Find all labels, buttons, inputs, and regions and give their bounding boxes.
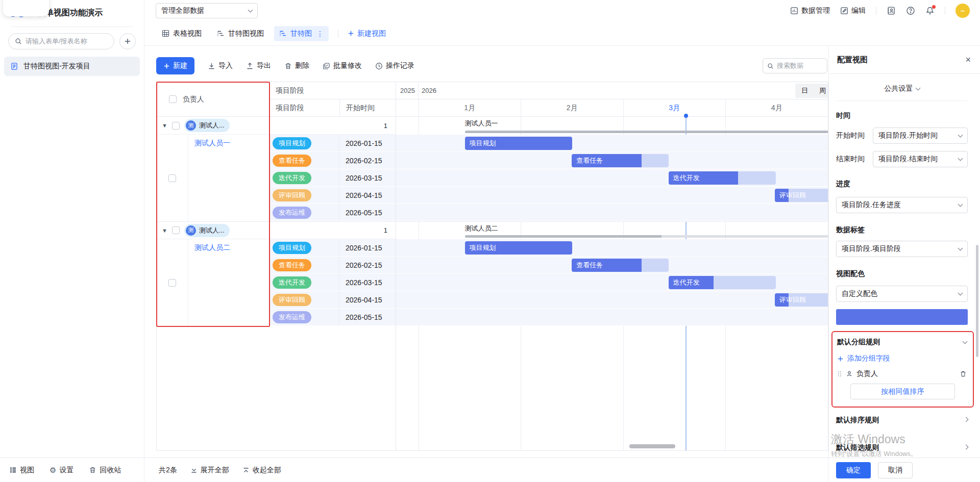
collapse-arrow-icon[interactable]: ▼ [162, 227, 167, 234]
start-time-value: 项目阶段.开始时间 [878, 131, 938, 140]
table-row[interactable]: 项目规划2026-01-15 [270, 135, 396, 152]
gantt-bar[interactable]: 评审回顾 [775, 293, 828, 307]
plus-icon [124, 38, 131, 45]
address-book-icon[interactable] [887, 6, 896, 15]
panel-scrollbar[interactable] [976, 245, 978, 357]
user-avatar[interactable]: – [955, 4, 970, 18]
table-row[interactable]: 发布运维2026-05-15 [270, 309, 396, 326]
group-checkbox[interactable] [172, 226, 180, 234]
chevron-down-icon[interactable] [963, 339, 968, 344]
table-row[interactable]: 查看任务2026-02-15 [270, 257, 396, 274]
data-manage-button[interactable]: 数据管理 [790, 6, 830, 15]
sidebar-item-gantt-view-project[interactable]: 甘特图视图-开发项目 [4, 57, 140, 76]
data-search-input[interactable]: 搜索数据 [763, 58, 827, 73]
common-settings-toggle[interactable]: 公共设置 [836, 80, 968, 101]
chevron-down-icon [958, 202, 963, 207]
cancel-button[interactable]: 取消 [878, 462, 913, 478]
chevron-right-icon [964, 417, 969, 422]
gantt-icon [279, 30, 287, 37]
gantt-bar[interactable]: 迭代开发 [669, 276, 776, 289]
gantt-bar[interactable]: 查看任务 [572, 259, 669, 272]
filter-rule-label: 默认筛选规则 [836, 443, 879, 452]
unit-day[interactable]: 日 [801, 86, 808, 95]
gantt-bar[interactable]: 项目规划 [465, 137, 573, 150]
stage-column-header: 项目阶段 [270, 99, 340, 116]
new-record-button[interactable]: 新建 [156, 57, 194, 74]
group-checkbox[interactable] [172, 122, 180, 130]
overlay-chip [3, 0, 49, 16]
gantt-bar[interactable]: 评审回顾 [775, 189, 828, 202]
filter-rule-row[interactable]: 默认筛选规则 [836, 443, 968, 452]
unit-week[interactable]: 周 [819, 86, 826, 95]
clock-icon [375, 62, 383, 70]
sort-rule-row[interactable]: 默认排序规则 [836, 416, 968, 425]
member-link[interactable]: 测试人员二 [194, 243, 230, 251]
drag-handle-icon[interactable] [837, 370, 842, 377]
recycle-bin-button[interactable]: 回收站 [89, 466, 121, 475]
op-log-button[interactable]: 操作记录 [375, 61, 414, 70]
notifications-button[interactable] [925, 6, 935, 15]
row-checkbox[interactable] [168, 174, 176, 182]
group-owner-pill: 测 测试人... [184, 119, 230, 132]
collapse-all-label: 收起全部 [253, 466, 281, 475]
form-search-placeholder: 请输入表单/报表名称 [26, 37, 87, 46]
select-all-checkbox[interactable] [169, 95, 177, 103]
horizontal-scrollbar[interactable] [629, 444, 675, 448]
year-label: 2025 [396, 82, 419, 99]
views-button[interactable]: 视图 [9, 466, 34, 475]
gantt-group-label: 测试人员二 [465, 224, 498, 233]
gantt-bar[interactable]: 项目规划 [465, 241, 573, 255]
gantt-bar[interactable]: 查看任务 [572, 154, 669, 167]
table-row[interactable]: 评审回顾2026-04-15 [270, 187, 396, 204]
row-checkbox[interactable] [168, 279, 176, 287]
batch-edit-button[interactable]: 批量修改 [323, 61, 362, 70]
data-scope-select[interactable]: 管理全部数据 [156, 3, 258, 18]
import-button[interactable]: 导入 [208, 61, 233, 70]
help-icon[interactable] [906, 6, 915, 15]
batch-edit-icon [323, 62, 330, 70]
settings-label: 设置 [59, 466, 74, 475]
search-icon [767, 63, 774, 69]
settings-button[interactable]: ⚙ 设置 [50, 466, 74, 475]
delete-button[interactable]: 删除 [284, 61, 309, 70]
gantt-row: 评审回顾 [396, 187, 828, 204]
table-row[interactable]: 发布运维2026-05-15 [270, 204, 396, 221]
start-time-select[interactable]: 项目阶段.开始时间 [873, 128, 968, 144]
tab-gantt-active[interactable]: 甘特图 ⋮ [274, 26, 329, 41]
delete-field-icon[interactable] [960, 370, 967, 377]
close-icon[interactable]: × [965, 55, 971, 65]
confirm-button[interactable]: 确定 [836, 462, 871, 478]
table-row[interactable]: 查看任务2026-02-15 [270, 152, 396, 169]
table-row[interactable]: 迭代开发2026-03-15 [270, 169, 396, 187]
data-tag-select[interactable]: 项目阶段.项目阶段 [836, 241, 968, 257]
time-unit-toggle[interactable]: 日 周 [795, 84, 828, 98]
form-search-input[interactable]: 请输入表单/报表名称 [8, 33, 114, 49]
collapse-all-button[interactable]: 收起全部 [242, 466, 281, 475]
export-button[interactable]: 导出 [246, 61, 271, 70]
tab-table-view[interactable]: 表格视图 [157, 26, 207, 41]
view-color-select[interactable]: 自定义配色 [836, 286, 968, 302]
chevron-right-icon [964, 445, 969, 450]
new-view-button[interactable]: 新建视图 [348, 29, 386, 38]
edit-button[interactable]: 编辑 [840, 6, 866, 15]
sort-same-value-button[interactable]: 按相同值排序 [850, 384, 955, 399]
view-color-section-label: 视图配色 [836, 269, 968, 278]
custom-color-swatch[interactable] [836, 309, 968, 325]
end-time-select[interactable]: 项目阶段.结束时间 [873, 151, 968, 167]
table-row[interactable]: 评审回顾2026-04-15 [270, 291, 396, 309]
add-form-button[interactable] [119, 33, 136, 49]
collapse-all-icon [242, 467, 250, 474]
sort-rule-label: 默认排序规则 [836, 416, 879, 425]
toolbar: 新建 导入 导出 删除 批量修改 操作记录 [144, 46, 828, 82]
table-row[interactable]: 项目规划2026-01-15 [270, 239, 396, 257]
views-label: 视图 [20, 466, 34, 475]
gantt-bar[interactable]: 迭代开发 [669, 171, 776, 185]
add-group-field-button[interactable]: 添加分组字段 [837, 354, 967, 363]
member-link[interactable]: 测试人员一 [194, 139, 230, 147]
table-row[interactable]: 迭代开发2026-03-15 [270, 274, 396, 291]
tab-menu-icon[interactable]: ⋮ [316, 30, 324, 38]
tab-gantt-view[interactable]: 甘特图视图 [212, 26, 269, 41]
collapse-arrow-icon[interactable]: ▼ [162, 122, 167, 129]
expand-all-button[interactable]: 展开全部 [190, 466, 229, 475]
progress-select[interactable]: 项目阶段.任务进度 [836, 197, 968, 213]
